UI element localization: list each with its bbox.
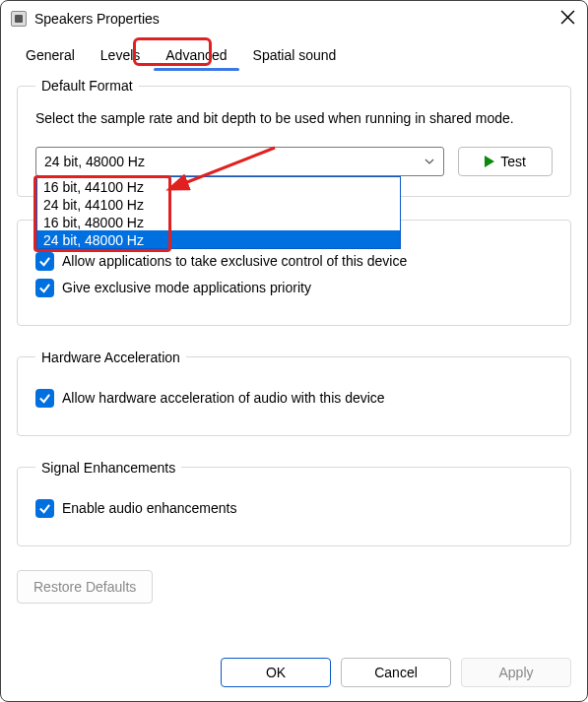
restore-defaults-button[interactable]: Restore Defaults	[17, 570, 153, 604]
chevron-down-icon	[424, 155, 435, 170]
tab-content: Default Format Select the sample rate an…	[17, 78, 571, 640]
close-button[interactable]	[560, 10, 575, 29]
test-button[interactable]: Test	[458, 147, 553, 176]
apply-button[interactable]: Apply	[461, 658, 571, 687]
checkbox-signal-enhance[interactable]	[35, 499, 54, 518]
format-option-selected[interactable]: 24 bit, 48000 Hz	[37, 230, 400, 248]
row-hardware-accel: Allow hardware acceleration of audio wit…	[35, 389, 553, 408]
window-title: Speakers Properties	[34, 11, 160, 27]
speaker-app-icon	[11, 11, 27, 27]
tab-label: Advanced	[165, 47, 227, 63]
restore-label: Restore Defaults	[33, 579, 136, 595]
group-hardware-acceleration: Hardware Acceleration Allow hardware acc…	[17, 350, 571, 436]
row-allow-exclusive: Allow applications to take exclusive con…	[35, 252, 553, 271]
option-label: 16 bit, 44100 Hz	[43, 179, 144, 195]
format-option[interactable]: 16 bit, 48000 Hz	[37, 213, 400, 230]
label-allow-exclusive: Allow applications to take exclusive con…	[62, 253, 407, 269]
dialog-footer: OK Cancel Apply	[221, 658, 571, 687]
tab-label: Levels	[100, 47, 140, 63]
play-icon	[485, 156, 494, 167]
group-default-format: Default Format Select the sample rate an…	[17, 78, 571, 197]
group-signal-enhancements: Signal Enhancements Enable audio enhance…	[17, 460, 571, 546]
format-option[interactable]: 24 bit, 44100 Hz	[37, 195, 400, 213]
cancel-button[interactable]: Cancel	[341, 658, 451, 687]
legend-signal: Signal Enhancements	[35, 460, 181, 476]
format-row: 24 bit, 48000 Hz 16 bit, 44100 Hz 24 bit…	[35, 147, 553, 176]
tab-strip: General Levels Advanced Spatial sound	[1, 36, 587, 69]
option-label: 24 bit, 48000 Hz	[43, 232, 144, 248]
row-exclusive-priority: Give exclusive mode applications priorit…	[35, 279, 553, 297]
checkbox-hardware-accel[interactable]	[35, 389, 54, 408]
sample-format-value: 24 bit, 48000 Hz	[44, 154, 145, 169]
ok-label: OK	[266, 665, 286, 680]
label-hardware-accel: Allow hardware acceleration of audio wit…	[62, 390, 385, 406]
tab-label: Spatial sound	[253, 47, 337, 63]
tab-spatial-sound[interactable]: Spatial sound	[240, 40, 350, 69]
tab-levels[interactable]: Levels	[88, 40, 153, 69]
label-exclusive-priority: Give exclusive mode applications priorit…	[62, 280, 311, 295]
row-signal-enhance: Enable audio enhancements	[35, 499, 553, 518]
legend-default-format: Default Format	[35, 78, 139, 94]
sample-format-combobox[interactable]: 24 bit, 48000 Hz 16 bit, 44100 Hz 24 bit…	[35, 147, 444, 176]
properties-window: Speakers Properties General Levels Advan…	[0, 0, 588, 702]
ok-button[interactable]: OK	[221, 658, 331, 687]
option-label: 24 bit, 44100 Hz	[43, 197, 144, 213]
apply-label: Apply	[498, 665, 533, 680]
default-format-description: Select the sample rate and bit depth to …	[35, 109, 553, 129]
checkbox-allow-exclusive[interactable]	[35, 252, 54, 271]
label-signal-enhance: Enable audio enhancements	[62, 500, 236, 516]
tab-advanced[interactable]: Advanced	[153, 40, 239, 69]
option-label: 16 bit, 48000 Hz	[43, 215, 144, 230]
checkbox-exclusive-priority[interactable]	[35, 279, 54, 297]
tab-general[interactable]: General	[13, 40, 88, 69]
test-label: Test	[500, 154, 526, 169]
tab-label: General	[26, 47, 75, 63]
title-bar: Speakers Properties	[1, 1, 587, 36]
legend-hardware: Hardware Acceleration	[35, 350, 186, 365]
format-option[interactable]: 16 bit, 44100 Hz	[37, 177, 400, 195]
cancel-label: Cancel	[374, 665, 418, 680]
sample-format-dropdown: 16 bit, 44100 Hz 24 bit, 44100 Hz 16 bit…	[36, 176, 401, 249]
